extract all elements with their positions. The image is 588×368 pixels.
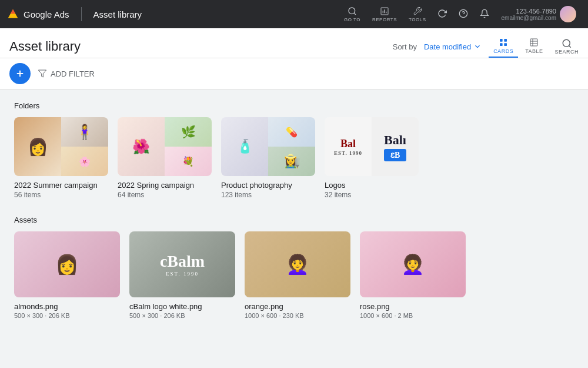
- folder-count: 32 items: [325, 191, 419, 199]
- asset-meta: 500 × 300 · 206 KB: [14, 312, 120, 319]
- folder-card[interactable]: 🌸 2022 Summer campaign 56 items: [14, 117, 108, 199]
- asset-card[interactable]: 👩‍🦱 rose.png 1000 × 600 · 2 MB: [360, 231, 466, 319]
- app-logo: Google Ads: [7, 8, 69, 20]
- goto-label: GO TO: [344, 17, 360, 22]
- user-phone: 123-456-7890: [501, 8, 556, 15]
- nav-right-area: GO TO REPORTS TOOLS: [339, 4, 581, 25]
- asset-name: rose.png: [360, 302, 466, 311]
- folder-count: 123 items: [221, 191, 315, 199]
- thumb-col: 🌸: [61, 117, 108, 176]
- sort-value-text: Date modified: [424, 42, 471, 51]
- folder-name: 2022 Summer campaign: [14, 181, 108, 190]
- cards-icon: [499, 38, 508, 47]
- svg-line-19: [569, 45, 570, 47]
- search-label: SEARCH: [554, 49, 579, 55]
- logo-inner: BalEST. 1990 Balı ɛB: [325, 117, 419, 176]
- filter-icon: [38, 69, 47, 78]
- asset-thumbnail: cBalm EST. 1990: [129, 231, 235, 297]
- svg-rect-11: [504, 39, 507, 42]
- asset-image: 👩: [14, 231, 120, 297]
- folder-card[interactable]: 💊 Product photography 123 items: [221, 117, 315, 199]
- thumb-img-1: [118, 117, 165, 176]
- svg-point-2: [349, 8, 355, 14]
- folder-card[interactable]: 💐 2022 Spring campaign 64 items: [118, 117, 212, 199]
- tools-button[interactable]: TOOLS: [404, 4, 430, 25]
- thumb-img-2: 💊: [268, 117, 315, 147]
- asset-card[interactable]: 👩‍🦱 orange.png 1000 × 600 · 230 KB: [245, 231, 350, 319]
- logo-text-left: BalEST. 1990: [334, 138, 362, 156]
- folder-thumbnail: BalEST. 1990 Balı ɛB: [325, 117, 419, 176]
- filter-area[interactable]: ADD FILTER: [38, 69, 95, 78]
- folder-count: 64 items: [118, 191, 212, 199]
- filter-label: ADD FILTER: [51, 69, 95, 78]
- main-content: Folders 🌸 2022 Summer campaign 56 items …: [0, 89, 588, 331]
- chevron-down-icon: [473, 42, 482, 51]
- thumb-img-3: 💐: [165, 147, 212, 176]
- sub-header: Asset library Sort by Date modified CARD…: [0, 28, 588, 58]
- tools-label: TOOLS: [409, 17, 426, 22]
- goto-button[interactable]: GO TO: [339, 4, 365, 25]
- toolbar: ADD FILTER: [0, 58, 588, 89]
- sort-label: Sort by: [393, 42, 417, 51]
- table-view-button[interactable]: TABLE: [520, 35, 547, 58]
- thumb-img-2: [61, 117, 108, 147]
- assets-section-label: Assets: [14, 216, 574, 224]
- asset-meta: 1000 × 600 · 2 MB: [360, 312, 466, 319]
- help-icon: [459, 9, 468, 18]
- folders-section-label: Folders: [14, 101, 574, 110]
- view-toggle: CARDS TABLE: [489, 35, 547, 58]
- search-icon: [562, 38, 572, 49]
- reports-button[interactable]: REPORTS: [368, 4, 402, 25]
- thumb-col: 💐: [165, 117, 212, 176]
- folder-name: 2022 Spring campaign: [118, 181, 212, 190]
- reports-icon: [380, 6, 389, 16]
- thumb-img-2: [165, 117, 212, 147]
- user-email: emailme@gmail.com: [501, 15, 556, 21]
- nav-section-title: Asset library: [93, 9, 142, 19]
- svg-marker-1: [11, 9, 15, 14]
- asset-image: cBalm EST. 1990: [129, 231, 235, 297]
- folder-thumbnail: 💊: [221, 117, 315, 176]
- logo-left: BalEST. 1990: [325, 117, 372, 176]
- sort-dropdown[interactable]: Date modified: [424, 42, 482, 51]
- notifications-button[interactable]: [475, 6, 494, 22]
- svg-marker-22: [38, 70, 46, 77]
- thumb-img-1: [221, 117, 268, 176]
- table-icon: [529, 38, 539, 47]
- thumb-img-3: 🌸: [61, 147, 108, 176]
- search-button[interactable]: SEARCH: [554, 38, 579, 55]
- app-name: Google Ads: [24, 9, 69, 19]
- folders-grid: 🌸 2022 Summer campaign 56 items 💐 2022 S…: [14, 117, 574, 199]
- svg-rect-12: [500, 43, 503, 46]
- top-nav: Google Ads Asset library GO TO REPORTS T: [0, 0, 588, 28]
- asset-thumbnail: 👩: [14, 231, 120, 297]
- asset-image: 👩‍🦱: [245, 231, 350, 297]
- folder-thumbnail: 🌸: [14, 117, 108, 176]
- cards-view-button[interactable]: CARDS: [489, 35, 518, 58]
- thumb-img-3: [268, 147, 315, 176]
- bell-icon: [480, 9, 489, 18]
- svg-line-3: [354, 13, 356, 15]
- tools-icon: [413, 6, 422, 16]
- refresh-button[interactable]: [433, 6, 452, 22]
- folder-count: 56 items: [14, 191, 108, 199]
- nav-divider: [81, 7, 82, 21]
- asset-meta: 500 × 300 · 206 KB: [129, 312, 235, 319]
- folder-name: Product photography: [221, 181, 315, 190]
- user-account[interactable]: 123-456-7890 emailme@gmail.com: [496, 4, 581, 25]
- folder-thumbnail: 💐: [118, 117, 212, 176]
- svg-rect-10: [500, 39, 503, 42]
- assets-grid: 👩 almonds.png 500 × 300 · 206 KB cBalm E…: [14, 231, 574, 319]
- cards-label: CARDS: [493, 48, 513, 54]
- folder-card[interactable]: BalEST. 1990 Balı ɛB Logos 32 items: [325, 117, 419, 199]
- asset-card[interactable]: 👩 almonds.png 500 × 300 · 206 KB: [14, 231, 120, 319]
- asset-card[interactable]: cBalm EST. 1990 cBalm logo white.png 500…: [129, 231, 235, 319]
- svg-rect-13: [504, 43, 507, 46]
- goto-icon: [348, 6, 357, 16]
- help-button[interactable]: [454, 6, 473, 22]
- thumb-img-1: [14, 117, 61, 176]
- asset-meta: 1000 × 600 · 230 KB: [245, 312, 350, 319]
- thumb-col: 💊: [268, 117, 315, 176]
- add-button[interactable]: [9, 63, 31, 84]
- asset-name: cBalm logo white.png: [129, 302, 235, 311]
